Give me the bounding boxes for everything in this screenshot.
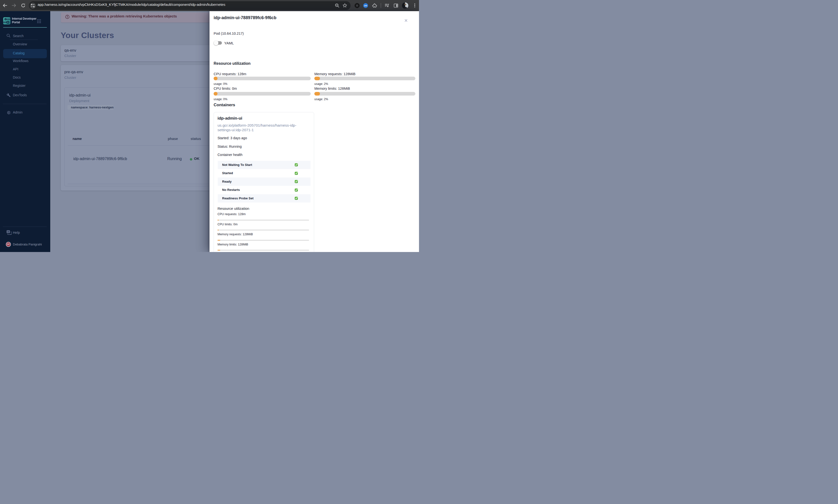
svg-text:?: ? [7, 230, 9, 233]
